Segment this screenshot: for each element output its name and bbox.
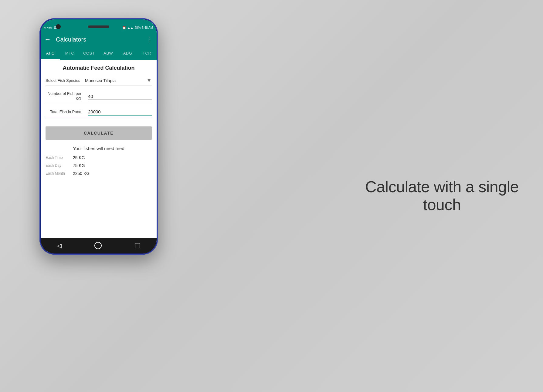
fish-per-kg-input[interactable] <box>88 93 152 100</box>
app-title: Calculators <box>56 36 147 43</box>
time-display: 3:48 AM <box>142 26 153 29</box>
promo-text: Calculate with a single touch <box>365 178 519 214</box>
more-menu-button[interactable]: ⋮ <box>147 36 153 43</box>
section-title: Automatic Feed Calculation <box>46 65 152 71</box>
tab-fcr[interactable]: FCR <box>137 47 157 60</box>
result-title: Your fishes will need feed <box>46 146 152 151</box>
phone-camera <box>56 24 61 29</box>
app-bar: ← Calculators ⋮ <box>41 32 157 47</box>
total-fish-label: Total Fish in Pond <box>46 109 85 115</box>
battery-percent: 28% <box>134 26 141 29</box>
select-fish-label: Select Fish Species <box>46 78 85 83</box>
calculate-button[interactable]: CALCULATE <box>46 126 152 140</box>
total-fish-input[interactable] <box>88 109 152 116</box>
result-each-month: Each Month 2250 KG <box>46 171 152 176</box>
content-area: Automatic Feed Calculation Select Fish S… <box>41 60 157 238</box>
each-month-value: 2250 KG <box>73 171 90 176</box>
phone-speaker <box>88 25 109 28</box>
tab-cost[interactable]: COST <box>79 47 99 60</box>
promo-headline: Calculate with a single touch <box>365 178 519 214</box>
signal-bars: ▲▲ <box>127 26 133 29</box>
each-month-label: Each Month <box>46 171 73 176</box>
fish-species-select[interactable]: Monosex Tilapia ▼ <box>85 77 152 84</box>
fish-per-kg-row: Number of Fish per KG <box>46 91 152 103</box>
phone-mockup: 0 KB/s 🖼 ⏰ ▲▲ 28% 3:48 AM ← Calculators … <box>39 18 158 255</box>
dropdown-arrow-icon: ▼ <box>146 77 152 84</box>
fish-species-value: Monosex Tilapia <box>85 78 116 83</box>
fish-species-row: Select Fish Species Monosex Tilapia ▼ <box>46 77 152 86</box>
status-left: 0 KB/s 🖼 <box>44 26 56 29</box>
nav-home-icon[interactable] <box>94 242 102 249</box>
total-fish-row: Total Fish in Pond <box>46 109 152 117</box>
alarm-icon: ⏰ <box>122 26 126 29</box>
each-time-label: Each Time <box>46 156 73 160</box>
result-each-time: Each Time 25 KG <box>46 155 152 160</box>
tab-adg[interactable]: ADG <box>118 47 137 60</box>
nav-bar: ◁ <box>41 238 157 253</box>
promo-line1: Calculate with a single <box>365 178 519 196</box>
fish-per-kg-label: Number of Fish per KG <box>46 91 85 102</box>
tab-mfc[interactable]: MFC <box>60 47 80 60</box>
kb-label: 0 KB/s <box>44 26 53 29</box>
promo-line2: touch <box>423 196 461 214</box>
status-right: ⏰ ▲▲ 28% 3:48 AM <box>122 26 153 29</box>
tab-afc[interactable]: AFC <box>41 47 60 60</box>
result-each-day: Each Day 75 KG <box>46 163 152 168</box>
tab-abw[interactable]: ABW <box>99 47 118 60</box>
phone-screen: 0 KB/s 🖼 ⏰ ▲▲ 28% 3:48 AM ← Calculators … <box>41 19 157 253</box>
each-day-value: 75 KG <box>73 163 85 168</box>
each-time-value: 25 KG <box>73 155 85 160</box>
each-day-label: Each Day <box>46 163 73 168</box>
nav-back-icon[interactable]: ◁ <box>57 242 62 249</box>
phone-body: 0 KB/s 🖼 ⏰ ▲▲ 28% 3:48 AM ← Calculators … <box>39 18 158 255</box>
tab-bar: AFC MFC COST ABW ADG FCR <box>41 47 157 60</box>
back-button[interactable]: ← <box>44 35 51 43</box>
nav-recents-icon[interactable] <box>135 243 140 248</box>
